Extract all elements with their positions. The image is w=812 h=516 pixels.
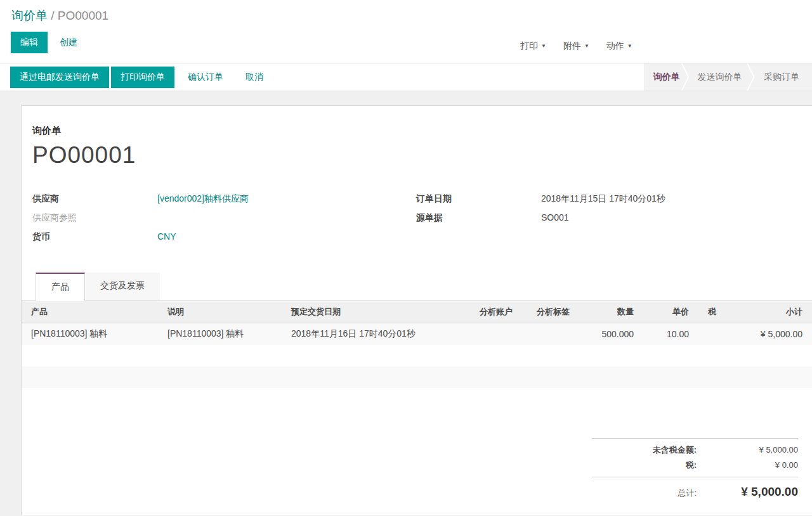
total-label: 总计: xyxy=(678,487,697,499)
field-currency: 货币 CNY xyxy=(32,227,416,246)
grand-total-group: 总计: ¥ 5,000.00 xyxy=(592,477,798,503)
sheet-header: 询价单 PO00001 xyxy=(22,106,812,169)
notebook-tabs: 产品 交货及发票 xyxy=(22,273,812,301)
cell-analytic-account xyxy=(470,323,527,345)
vendor-label: 供应商 xyxy=(32,189,157,208)
sheet-title-label: 询价单 xyxy=(32,125,812,137)
order-line-row[interactable]: [PN18110003] 釉料 [PN18110003] 釉料 2018年11月… xyxy=(22,323,812,345)
order-date-label: 订单日期 xyxy=(416,189,541,208)
form-view: 询价单 PO00001 供应商 [vendor002]釉料供应商 供应商参照 货… xyxy=(0,91,812,515)
totals-panel: 未含税金额: ¥ 5,000.00 税: ¥ 0.00 总计: ¥ 5,000.… xyxy=(592,438,798,503)
print-dropdown-label: 打印 xyxy=(520,41,538,52)
col-scheduled-date: 预定交货日期 xyxy=(282,301,470,323)
taxes-label: 税: xyxy=(686,460,697,471)
cell-scheduled-date: 2018年11月16日 17时40分01秒 xyxy=(282,323,470,345)
breadcrumb-current: PO00001 xyxy=(58,9,108,22)
cell-unit-price: 10.00 xyxy=(643,323,698,345)
send-rfq-by-email-button[interactable]: 通过电邮发送询价单 xyxy=(10,67,109,88)
print-dropdown[interactable]: 打印 ▼ xyxy=(520,41,546,52)
field-vendor-reference: 供应商参照 xyxy=(32,208,416,227)
cell-subtotal: ¥ 5,000.00 xyxy=(727,323,812,345)
col-unit-price: 单价 xyxy=(643,301,698,323)
col-product: 产品 xyxy=(22,301,158,323)
attachment-dropdown[interactable]: 附件 ▼ xyxy=(563,41,589,52)
sheet: 询价单 PO00001 供应商 [vendor002]釉料供应商 供应商参照 货… xyxy=(21,105,812,515)
empty-row xyxy=(22,345,812,366)
currency-value-link[interactable]: CNY xyxy=(157,227,176,246)
tab-products[interactable]: 产品 xyxy=(36,273,85,301)
statusbar-steps: 询价单 发送询价单 采购订单 xyxy=(645,63,812,91)
cell-taxes xyxy=(698,323,727,345)
step-rfq-sent[interactable]: 发送询价单 xyxy=(682,63,753,91)
breadcrumb-separator: / xyxy=(51,9,54,22)
col-analytic-account: 分析账户 xyxy=(470,301,527,323)
order-lines-table: 产品 说明 预定交货日期 分析账户 分析标签 数量 单价 税 小计 [PN181… xyxy=(22,301,812,410)
untaxed-amount-label: 未含税金额: xyxy=(653,444,697,456)
control-panel-buttons: 编辑 创建 xyxy=(10,32,802,53)
statusbar-buttons: 通过电邮发送询价单 打印询价单 确认订单 取消 xyxy=(10,67,272,88)
action-dropdown-label: 动作 xyxy=(606,41,624,52)
field-source-document: 源单据 SO001 xyxy=(416,208,812,227)
record-title: PO00001 xyxy=(32,142,812,169)
col-subtotal: 小计 xyxy=(727,301,812,323)
source-document-label: 源单据 xyxy=(416,208,541,227)
col-description: 说明 xyxy=(158,301,282,323)
statusbar: 通过电邮发送询价单 打印询价单 确认订单 取消 询价单 发送询价单 采购订单 xyxy=(0,63,812,91)
attachment-dropdown-label: 附件 xyxy=(563,41,581,52)
field-groups: 供应商 [vendor002]釉料供应商 供应商参照 货币 CNY 订单日期 2… xyxy=(22,189,812,246)
col-taxes: 税 xyxy=(698,301,727,323)
step-rfq[interactable]: 询价单 xyxy=(645,63,688,91)
order-date-value: 2018年11月15日 17时40分01秒 xyxy=(541,189,665,208)
cell-analytic-tags xyxy=(527,323,584,345)
create-button[interactable]: 创建 xyxy=(60,32,77,53)
untaxed-amount-value: ¥ 5,000.00 xyxy=(697,445,798,455)
total-value: ¥ 5,000.00 xyxy=(697,485,798,499)
field-group-left: 供应商 [vendor002]釉料供应商 供应商参照 货币 CNY xyxy=(32,189,416,246)
empty-row xyxy=(22,388,812,410)
total-row: 总计: ¥ 5,000.00 xyxy=(592,481,798,499)
untaxed-amount-row: 未含税金额: ¥ 5,000.00 xyxy=(592,442,798,458)
field-order-date: 订单日期 2018年11月15日 17时40分01秒 xyxy=(416,189,812,208)
step-purchase-order[interactable]: 采购订单 xyxy=(748,63,812,91)
subtotal-group: 未含税金额: ¥ 5,000.00 税: ¥ 0.00 xyxy=(592,438,798,477)
print-rfq-button[interactable]: 打印询价单 xyxy=(111,67,174,88)
col-analytic-tags: 分析标签 xyxy=(527,301,584,323)
table-header-row: 产品 说明 预定交货日期 分析账户 分析标签 数量 单价 税 小计 xyxy=(22,301,812,323)
cancel-button[interactable]: 取消 xyxy=(237,67,272,87)
breadcrumb-parent-link[interactable]: 询价单 xyxy=(11,9,48,22)
cell-description: [PN18110003] 釉料 xyxy=(158,323,282,345)
taxes-value: ¥ 0.00 xyxy=(697,460,798,470)
breadcrumb: 询价单 / PO00001 xyxy=(10,8,802,24)
caret-down-icon: ▼ xyxy=(627,44,632,49)
confirm-order-button[interactable]: 确认订单 xyxy=(179,67,232,87)
edit-button[interactable]: 编辑 xyxy=(11,32,48,53)
action-dropdown[interactable]: 动作 ▼ xyxy=(606,41,632,52)
vendor-value-link[interactable]: [vendor002]釉料供应商 xyxy=(157,189,249,208)
field-group-right: 订单日期 2018年11月15日 17时40分01秒 源单据 SO001 xyxy=(416,189,812,246)
control-panel-dropdowns: 打印 ▼ 附件 ▼ 动作 ▼ xyxy=(520,41,632,52)
field-vendor: 供应商 [vendor002]釉料供应商 xyxy=(32,189,416,208)
control-panel: 询价单 / PO00001 编辑 创建 打印 ▼ 附件 ▼ 动作 ▼ xyxy=(0,0,812,63)
caret-down-icon: ▼ xyxy=(584,44,589,49)
cell-product: [PN18110003] 釉料 xyxy=(22,323,158,345)
vendor-reference-label: 供应商参照 xyxy=(32,208,157,227)
empty-row xyxy=(22,366,812,388)
caret-down-icon: ▼ xyxy=(541,44,546,49)
source-document-value: SO001 xyxy=(541,208,569,227)
taxes-row: 税: ¥ 0.00 xyxy=(592,458,798,473)
currency-label: 货币 xyxy=(32,227,157,246)
col-quantity: 数量 xyxy=(584,301,643,323)
cell-quantity: 500.000 xyxy=(584,323,643,345)
tab-deliveries-invoices[interactable]: 交货及发票 xyxy=(85,273,160,300)
